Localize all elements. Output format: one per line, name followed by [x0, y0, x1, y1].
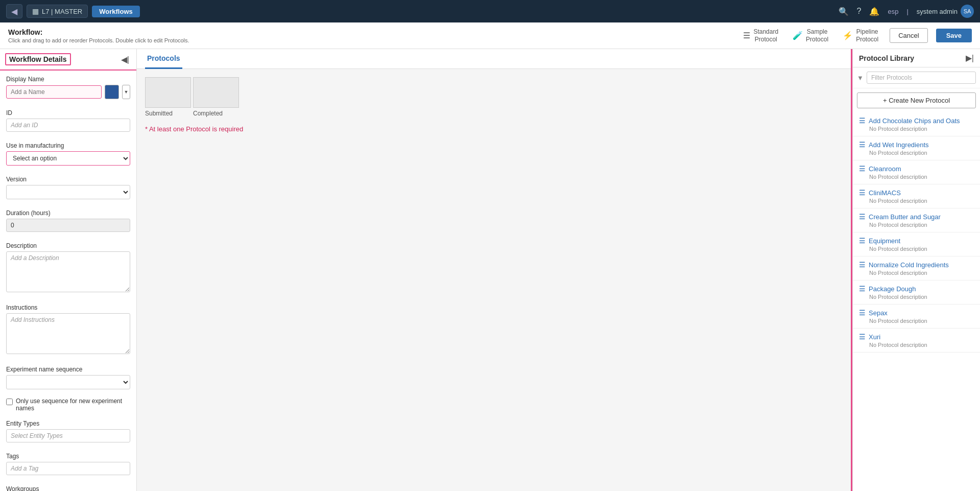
- display-name-label: Display Name: [6, 76, 130, 83]
- use-in-manufacturing-select[interactable]: Select an option Yes No: [6, 151, 130, 166]
- experiment-sequence-select[interactable]: [6, 375, 130, 389]
- protocol-item-header: ☰ Xuri: [859, 333, 974, 341]
- right-panel-header: Protocol Library ▶|: [853, 49, 980, 67]
- sample-protocol-label: SampleProtocol: [806, 28, 828, 43]
- nav-right: 🔍 ? 🔔 esp | system admin SA: [839, 5, 974, 18]
- protocol-description: No Protocol description: [859, 198, 974, 204]
- standard-protocol-label: StandardProtocol: [753, 28, 778, 43]
- right-panel: Protocol Library ▶| ▼ + Create New Proto…: [852, 49, 980, 491]
- protocol-lines-icon: ☰: [859, 189, 866, 197]
- entity-types-section: Entity Types: [0, 415, 136, 448]
- bell-icon[interactable]: 🔔: [869, 7, 879, 16]
- instructions-section: Instructions: [0, 299, 136, 361]
- protocol-description: No Protocol description: [859, 222, 974, 228]
- list-item[interactable]: ☰ Cream Butter and Sugar No Protocol des…: [853, 208, 980, 232]
- experiment-sequence-section: Experiment name sequence: [0, 361, 136, 394]
- duration-section: Duration (hours): [0, 204, 136, 237]
- protocol-name: Cleanroom: [869, 165, 901, 173]
- create-protocol-button[interactable]: + Create New Protocol: [857, 92, 976, 108]
- protocol-item-header: ☰ Add Chocolate Chips and Oats: [859, 116, 974, 125]
- description-input[interactable]: [6, 251, 130, 292]
- save-button[interactable]: Save: [936, 29, 972, 42]
- color-picker-button[interactable]: [105, 85, 119, 99]
- grid-icon: ▦: [32, 7, 39, 15]
- stage-completed: Completed: [193, 77, 241, 117]
- stage-submitted: Submitted: [145, 77, 193, 117]
- display-name-section: Display Name ▼: [0, 71, 136, 104]
- protocol-description: No Protocol description: [859, 342, 974, 348]
- nav-app-label: ▦ L7 | MASTER: [27, 5, 88, 18]
- list-item[interactable]: ☰ Xuri No Protocol description: [853, 329, 980, 353]
- only-sequence-row: Only use sequence for new experiment nam…: [0, 394, 136, 415]
- protocol-lines-icon: ☰: [859, 116, 866, 125]
- experiment-sequence-label: Experiment name sequence: [6, 366, 130, 373]
- nav-workflows-button[interactable]: Workflows: [92, 6, 140, 17]
- filter-icon: ▼: [857, 74, 864, 82]
- description-section: Description: [0, 237, 136, 299]
- pipeline-protocol-button[interactable]: ⚡ PipelineProtocol: [840, 26, 881, 45]
- center-content: Submitted Completed * At least one Proto…: [137, 69, 851, 141]
- entity-types-input[interactable]: [6, 429, 130, 442]
- protocol-name: CliniMACS: [869, 189, 901, 197]
- avatar[interactable]: SA: [961, 5, 974, 18]
- search-icon[interactable]: 🔍: [839, 7, 849, 16]
- tags-input[interactable]: [6, 462, 130, 475]
- filter-protocols-input[interactable]: [867, 72, 976, 84]
- id-input[interactable]: [6, 119, 130, 132]
- display-name-row: ▼: [6, 85, 130, 99]
- color-picker-chevron[interactable]: ▼: [122, 85, 130, 99]
- list-item[interactable]: ☰ Equipment No Protocol description: [853, 232, 980, 256]
- right-panel-title: Protocol Library: [859, 54, 914, 62]
- protocol-item-header: ☰ Sepax: [859, 309, 974, 317]
- protocol-name: Add Chocolate Chips and Oats: [869, 117, 960, 125]
- protocol-name: Add Wet Ingredients: [869, 141, 929, 149]
- nav-back-button[interactable]: ◀: [6, 4, 22, 18]
- protocol-lines-icon: ☰: [859, 213, 866, 221]
- protocols-tab[interactable]: Protocols: [145, 49, 182, 69]
- protocol-item-header: ☰ Package Dough: [859, 285, 974, 293]
- protocol-stages: Submitted Completed: [145, 77, 843, 117]
- list-item[interactable]: ☰ Cleanroom No Protocol description: [853, 160, 980, 184]
- only-sequence-label: Only use sequence for new experiment nam…: [16, 398, 130, 412]
- list-item[interactable]: ☰ Add Chocolate Chips and Oats No Protoc…: [853, 112, 980, 136]
- protocol-name: Xuri: [869, 333, 880, 341]
- help-icon[interactable]: ?: [857, 7, 862, 16]
- stage-submitted-box: [145, 77, 191, 108]
- workflow-subtitle: Click and drag to add or reorder Protoco…: [8, 37, 740, 43]
- version-select[interactable]: [6, 185, 130, 199]
- standard-protocol-button[interactable]: ☰ StandardProtocol: [740, 26, 781, 45]
- duration-input[interactable]: [6, 219, 130, 232]
- center-panel: Protocols Submitted Completed * At least…: [137, 49, 852, 491]
- sample-protocol-button[interactable]: 🧪 SampleProtocol: [790, 26, 831, 45]
- instructions-input[interactable]: [6, 313, 130, 354]
- left-panel: Workflow Details ◀| Display Name ▼ ID Us…: [0, 49, 137, 491]
- workflow-title-block: Workflow: Click and drag to add or reord…: [8, 28, 740, 43]
- list-item[interactable]: ☰ CliniMACS No Protocol description: [853, 184, 980, 208]
- list-item[interactable]: ☰ Package Dough No Protocol description: [853, 280, 980, 305]
- protocol-item-header: ☰ Add Wet Ingredients: [859, 141, 974, 149]
- list-item[interactable]: ☰ Normalize Cold Ingredients No Protocol…: [853, 256, 980, 280]
- collapse-panel-button[interactable]: ◀|: [119, 54, 131, 65]
- only-sequence-checkbox[interactable]: [6, 399, 13, 405]
- use-in-manufacturing-section: Use in manufacturing Select an option Ye…: [0, 137, 136, 171]
- protocol-lines-icon: ☰: [859, 285, 866, 293]
- expand-panel-button[interactable]: ▶|: [966, 53, 974, 63]
- cancel-button[interactable]: Cancel: [890, 28, 927, 43]
- main-layout: Workflow Details ◀| Display Name ▼ ID Us…: [0, 49, 980, 491]
- list-item[interactable]: ☰ Add Wet Ingredients No Protocol descri…: [853, 136, 980, 160]
- protocol-description: No Protocol description: [859, 246, 974, 252]
- nav-username: system admin: [917, 8, 958, 15]
- standard-protocol-icon: ☰: [743, 31, 750, 40]
- list-item[interactable]: ☰ Sepax No Protocol description: [853, 305, 980, 329]
- protocol-item-header: ☰ Equipment: [859, 237, 974, 245]
- tags-label: Tags: [6, 453, 130, 460]
- protocol-name: Cream Butter and Sugar: [869, 213, 941, 221]
- display-name-input[interactable]: [6, 85, 102, 99]
- nav-user: system admin SA: [917, 5, 974, 18]
- pipeline-protocol-label: PipelineProtocol: [856, 28, 878, 43]
- protocol-lines-icon: ☰: [859, 309, 866, 317]
- protocol-lines-icon: ☰: [859, 333, 866, 341]
- protocol-lines-icon: ☰: [859, 141, 866, 149]
- id-section: ID: [0, 104, 136, 137]
- protocol-lines-icon: ☰: [859, 237, 866, 245]
